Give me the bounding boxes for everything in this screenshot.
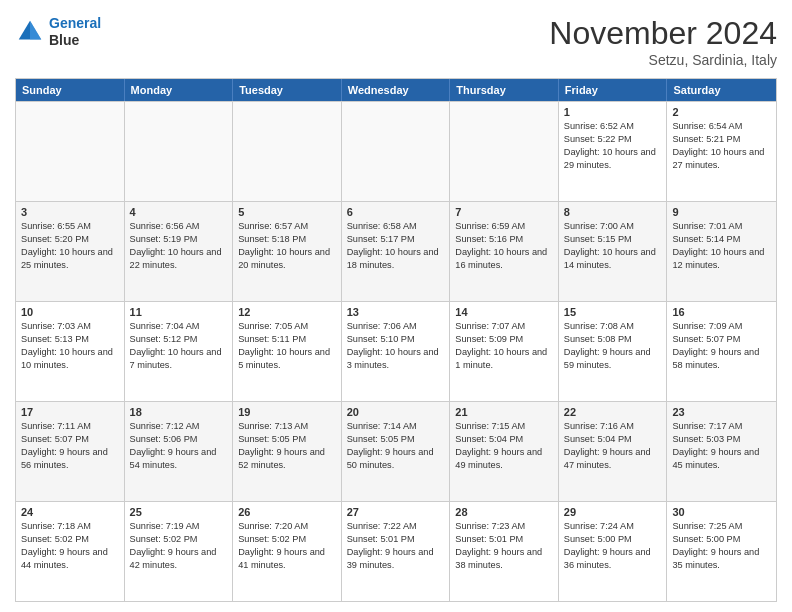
- calendar: SundayMondayTuesdayWednesdayThursdayFrid…: [15, 78, 777, 602]
- calendar-cell: 17Sunrise: 7:11 AM Sunset: 5:07 PM Dayli…: [16, 402, 125, 501]
- header-day-friday: Friday: [559, 79, 668, 101]
- day-info: Sunrise: 7:04 AM Sunset: 5:12 PM Dayligh…: [130, 320, 228, 372]
- day-number: 24: [21, 506, 119, 518]
- logo: General Blue: [15, 15, 101, 49]
- day-number: 26: [238, 506, 336, 518]
- header-day-monday: Monday: [125, 79, 234, 101]
- day-number: 12: [238, 306, 336, 318]
- calendar-cell: 27Sunrise: 7:22 AM Sunset: 5:01 PM Dayli…: [342, 502, 451, 601]
- svg-marker-1: [30, 21, 41, 40]
- calendar-cell: 15Sunrise: 7:08 AM Sunset: 5:08 PM Dayli…: [559, 302, 668, 401]
- header: General Blue November 2024 Setzu, Sardin…: [15, 15, 777, 68]
- day-info: Sunrise: 7:00 AM Sunset: 5:15 PM Dayligh…: [564, 220, 662, 272]
- calendar-cell: 19Sunrise: 7:13 AM Sunset: 5:05 PM Dayli…: [233, 402, 342, 501]
- day-number: 18: [130, 406, 228, 418]
- day-number: 23: [672, 406, 771, 418]
- page: General Blue November 2024 Setzu, Sardin…: [0, 0, 792, 612]
- day-number: 7: [455, 206, 553, 218]
- calendar-cell: 14Sunrise: 7:07 AM Sunset: 5:09 PM Dayli…: [450, 302, 559, 401]
- logo-icon: [15, 17, 45, 47]
- day-info: Sunrise: 7:17 AM Sunset: 5:03 PM Dayligh…: [672, 420, 771, 472]
- calendar-cell: 2Sunrise: 6:54 AM Sunset: 5:21 PM Daylig…: [667, 102, 776, 201]
- day-info: Sunrise: 6:56 AM Sunset: 5:19 PM Dayligh…: [130, 220, 228, 272]
- logo-text: General Blue: [49, 15, 101, 49]
- day-info: Sunrise: 6:59 AM Sunset: 5:16 PM Dayligh…: [455, 220, 553, 272]
- header-day-tuesday: Tuesday: [233, 79, 342, 101]
- day-number: 5: [238, 206, 336, 218]
- calendar-cell: 1Sunrise: 6:52 AM Sunset: 5:22 PM Daylig…: [559, 102, 668, 201]
- day-number: 27: [347, 506, 445, 518]
- calendar-cell: [342, 102, 451, 201]
- day-number: 22: [564, 406, 662, 418]
- day-number: 30: [672, 506, 771, 518]
- calendar-cell: [450, 102, 559, 201]
- calendar-cell: 7Sunrise: 6:59 AM Sunset: 5:16 PM Daylig…: [450, 202, 559, 301]
- day-number: 2: [672, 106, 771, 118]
- day-number: 19: [238, 406, 336, 418]
- calendar-cell: 3Sunrise: 6:55 AM Sunset: 5:20 PM Daylig…: [16, 202, 125, 301]
- day-number: 28: [455, 506, 553, 518]
- calendar-row-3: 17Sunrise: 7:11 AM Sunset: 5:07 PM Dayli…: [16, 401, 776, 501]
- day-info: Sunrise: 6:57 AM Sunset: 5:18 PM Dayligh…: [238, 220, 336, 272]
- calendar-cell: 29Sunrise: 7:24 AM Sunset: 5:00 PM Dayli…: [559, 502, 668, 601]
- day-number: 9: [672, 206, 771, 218]
- calendar-cell: 16Sunrise: 7:09 AM Sunset: 5:07 PM Dayli…: [667, 302, 776, 401]
- day-number: 1: [564, 106, 662, 118]
- day-info: Sunrise: 7:23 AM Sunset: 5:01 PM Dayligh…: [455, 520, 553, 572]
- header-day-saturday: Saturday: [667, 79, 776, 101]
- day-info: Sunrise: 6:54 AM Sunset: 5:21 PM Dayligh…: [672, 120, 771, 172]
- day-info: Sunrise: 6:55 AM Sunset: 5:20 PM Dayligh…: [21, 220, 119, 272]
- day-info: Sunrise: 7:18 AM Sunset: 5:02 PM Dayligh…: [21, 520, 119, 572]
- calendar-cell: 26Sunrise: 7:20 AM Sunset: 5:02 PM Dayli…: [233, 502, 342, 601]
- title-block: November 2024 Setzu, Sardinia, Italy: [549, 15, 777, 68]
- calendar-cell: 30Sunrise: 7:25 AM Sunset: 5:00 PM Dayli…: [667, 502, 776, 601]
- day-number: 10: [21, 306, 119, 318]
- calendar-cell: 10Sunrise: 7:03 AM Sunset: 5:13 PM Dayli…: [16, 302, 125, 401]
- day-number: 11: [130, 306, 228, 318]
- day-info: Sunrise: 7:07 AM Sunset: 5:09 PM Dayligh…: [455, 320, 553, 372]
- day-number: 14: [455, 306, 553, 318]
- day-number: 17: [21, 406, 119, 418]
- calendar-cell: 20Sunrise: 7:14 AM Sunset: 5:05 PM Dayli…: [342, 402, 451, 501]
- day-number: 16: [672, 306, 771, 318]
- day-info: Sunrise: 7:08 AM Sunset: 5:08 PM Dayligh…: [564, 320, 662, 372]
- calendar-cell: 28Sunrise: 7:23 AM Sunset: 5:01 PM Dayli…: [450, 502, 559, 601]
- day-info: Sunrise: 7:05 AM Sunset: 5:11 PM Dayligh…: [238, 320, 336, 372]
- day-info: Sunrise: 6:52 AM Sunset: 5:22 PM Dayligh…: [564, 120, 662, 172]
- calendar-cell: 21Sunrise: 7:15 AM Sunset: 5:04 PM Dayli…: [450, 402, 559, 501]
- day-info: Sunrise: 7:15 AM Sunset: 5:04 PM Dayligh…: [455, 420, 553, 472]
- calendar-cell: 18Sunrise: 7:12 AM Sunset: 5:06 PM Dayli…: [125, 402, 234, 501]
- day-number: 4: [130, 206, 228, 218]
- day-number: 29: [564, 506, 662, 518]
- day-number: 20: [347, 406, 445, 418]
- header-day-sunday: Sunday: [16, 79, 125, 101]
- month-title: November 2024: [549, 15, 777, 52]
- calendar-cell: 9Sunrise: 7:01 AM Sunset: 5:14 PM Daylig…: [667, 202, 776, 301]
- header-day-wednesday: Wednesday: [342, 79, 451, 101]
- day-info: Sunrise: 6:58 AM Sunset: 5:17 PM Dayligh…: [347, 220, 445, 272]
- calendar-cell: [16, 102, 125, 201]
- calendar-body: 1Sunrise: 6:52 AM Sunset: 5:22 PM Daylig…: [16, 101, 776, 601]
- calendar-cell: 5Sunrise: 6:57 AM Sunset: 5:18 PM Daylig…: [233, 202, 342, 301]
- calendar-row-1: 3Sunrise: 6:55 AM Sunset: 5:20 PM Daylig…: [16, 201, 776, 301]
- day-info: Sunrise: 7:22 AM Sunset: 5:01 PM Dayligh…: [347, 520, 445, 572]
- day-number: 21: [455, 406, 553, 418]
- day-number: 25: [130, 506, 228, 518]
- calendar-cell: 12Sunrise: 7:05 AM Sunset: 5:11 PM Dayli…: [233, 302, 342, 401]
- calendar-cell: 24Sunrise: 7:18 AM Sunset: 5:02 PM Dayli…: [16, 502, 125, 601]
- calendar-cell: 25Sunrise: 7:19 AM Sunset: 5:02 PM Dayli…: [125, 502, 234, 601]
- day-number: 6: [347, 206, 445, 218]
- calendar-cell: 8Sunrise: 7:00 AM Sunset: 5:15 PM Daylig…: [559, 202, 668, 301]
- calendar-row-2: 10Sunrise: 7:03 AM Sunset: 5:13 PM Dayli…: [16, 301, 776, 401]
- day-info: Sunrise: 7:01 AM Sunset: 5:14 PM Dayligh…: [672, 220, 771, 272]
- day-info: Sunrise: 7:25 AM Sunset: 5:00 PM Dayligh…: [672, 520, 771, 572]
- calendar-cell: 22Sunrise: 7:16 AM Sunset: 5:04 PM Dayli…: [559, 402, 668, 501]
- calendar-cell: [233, 102, 342, 201]
- day-info: Sunrise: 7:20 AM Sunset: 5:02 PM Dayligh…: [238, 520, 336, 572]
- calendar-cell: [125, 102, 234, 201]
- day-number: 3: [21, 206, 119, 218]
- calendar-cell: 6Sunrise: 6:58 AM Sunset: 5:17 PM Daylig…: [342, 202, 451, 301]
- day-info: Sunrise: 7:13 AM Sunset: 5:05 PM Dayligh…: [238, 420, 336, 472]
- calendar-cell: 11Sunrise: 7:04 AM Sunset: 5:12 PM Dayli…: [125, 302, 234, 401]
- calendar-row-0: 1Sunrise: 6:52 AM Sunset: 5:22 PM Daylig…: [16, 101, 776, 201]
